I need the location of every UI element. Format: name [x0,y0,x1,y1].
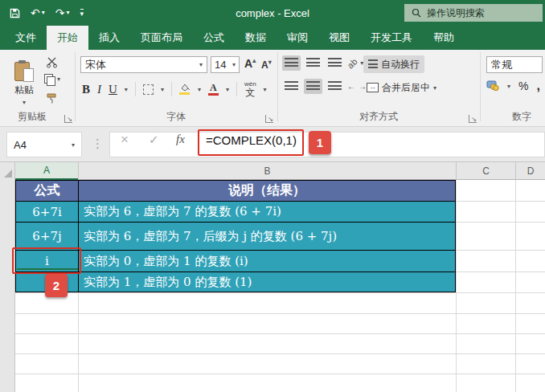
decrease-indent-button[interactable]: ← [347,82,355,91]
customize-qat-button[interactable]: ▾ [80,9,84,18]
insert-function-button[interactable]: fx [176,133,185,146]
align-top-button[interactable] [282,55,301,71]
name-box[interactable]: A4 ▾ [6,132,82,157]
enter-icon[interactable]: ✓ [149,133,159,147]
cancel-icon[interactable]: × [121,132,129,148]
data-table: 公式 说明（结果） 6+7i 实部为 6，虚部为 7 的复数 (6 + 7i) … [15,180,456,292]
cell-B1[interactable]: 说明（结果） [79,181,455,201]
paste-icon [14,60,34,82]
tab-review[interactable]: 审阅 [277,26,318,50]
tab-view[interactable]: 视图 [318,26,360,50]
font-color-dropdown-icon[interactable]: ▾ [226,86,229,93]
cell-A3[interactable]: 6+7j [16,223,79,250]
alignment-group-label: 对齐方式 [359,110,398,124]
tab-page-layout[interactable]: 页面布局 [130,26,193,50]
borders-dropdown-icon[interactable]: ▾ [161,86,164,93]
column-header-C[interactable]: C [456,162,515,180]
annotation-frame-a4 [12,247,81,274]
font-dialog-launcher[interactable]: ↘ [265,115,273,123]
number-format-combobox[interactable]: 常规 [486,56,543,73]
save-button[interactable] [10,8,20,18]
italic-button[interactable]: I [97,83,101,96]
phonetic-dropdown-icon[interactable]: ▾ [264,86,267,93]
tab-file[interactable]: 文件 [5,26,47,50]
undo-dropdown-icon[interactable]: ▾ [42,10,45,16]
column-header-B[interactable]: B [78,162,456,180]
tab-insert[interactable]: 插入 [88,26,130,50]
sheet-grid: A B C D 1 2 3 4 5 6 7 8 9 10 公式 说明（结果） 6… [0,162,545,392]
copy-dropdown-icon[interactable]: ▾ [57,76,60,83]
align-left-button[interactable] [282,79,301,94]
undo-button[interactable]: ↶▾ [31,7,45,18]
align-left-icon [285,81,298,92]
merge-center-icon: ↔ [367,83,379,92]
font-size-combobox[interactable]: 14 ▾ [211,56,240,73]
merge-center-button[interactable]: ↔ 合并后居中 ▾ [363,79,440,96]
cell-B5[interactable]: 实部为 1，虚部为 0 的复数 (1) [79,272,455,292]
font-name-combobox[interactable]: 宋体 ▾ [80,56,207,73]
accounting-format-button[interactable] [486,80,499,93]
cell-A1[interactable]: 公式 [16,181,79,201]
tab-developer[interactable]: 开发工具 [360,26,423,50]
merge-dropdown-icon[interactable]: ▾ [433,84,436,92]
align-middle-button[interactable] [304,55,322,71]
name-box-dropdown-icon[interactable]: ▾ [72,141,75,149]
underline-dropdown-icon[interactable]: ▾ [125,86,128,93]
cut-button[interactable] [46,56,58,71]
formula-bar-handle-icon[interactable]: ⋮ [92,137,104,151]
formula-bar: A4 ▾ ⋮ × ✓ fx =COMPLEX(0,1) 1 [0,127,545,162]
redo-button[interactable]: ↷▾ [55,7,70,18]
comma-style-button[interactable]: , [536,79,539,93]
table-row: 6+7i 实部为 6，虚部为 7 的复数 (6 + 7i) [16,201,455,222]
orientation-button[interactable]: ab [346,56,359,70]
select-all-corner[interactable] [0,162,15,180]
copy-icon [44,74,55,84]
align-center-icon [306,81,320,92]
tab-home[interactable]: 开始 [47,26,88,50]
bold-button[interactable]: B [82,83,90,96]
accounting-dropdown-icon[interactable]: ▾ [507,83,510,90]
column-header-D[interactable]: D [515,162,545,180]
font-size-dropdown-icon[interactable]: ▾ [232,61,236,68]
column-header-A[interactable]: A [15,162,78,180]
underline-button[interactable]: U [109,83,117,96]
font-name-dropdown-icon[interactable]: ▾ [199,61,203,68]
alignment-dialog-launcher[interactable]: ↘ [469,115,477,123]
phonetic-guide-button[interactable]: wén 文 [244,81,256,97]
align-center-button[interactable] [304,79,322,94]
cell-B3[interactable]: 实部为 6，虚部为 7，后缀为 j 的复数 (6 + 7j) [79,223,455,250]
increase-font-button[interactable]: A▴ [244,57,256,70]
tab-data[interactable]: 数据 [235,26,277,50]
titlebar: ↶▾ ↷▾ ▾ complex - Excel 操作说明搜索 [0,0,545,26]
percent-style-button[interactable]: % [518,80,528,92]
borders-icon[interactable] [143,84,154,95]
cell-B2[interactable]: 实部为 6，虚部为 7 的复数 (6 + 7i) [79,202,455,222]
clipboard-dialog-launcher[interactable]: ↘ [64,115,72,123]
scissors-icon [46,56,58,68]
paste-button[interactable]: 粘贴 ▾ [6,55,42,111]
tell-me-search[interactable]: 操作说明搜索 [404,4,543,22]
font-color-button[interactable]: A [208,83,219,96]
annotation-badge-2: 2 [45,274,68,297]
align-bottom-button[interactable] [326,55,344,71]
wrap-text-button[interactable]: 自动换行 [363,55,424,73]
tab-help[interactable]: 帮助 [423,26,465,50]
grow-font-letter: A [244,57,252,70]
copy-button[interactable]: ▾ [44,74,60,84]
format-painter-button[interactable] [46,92,58,106]
merge-center-label: 合并后居中 [382,81,430,95]
chevron-down-icon: ▾ [80,10,84,18]
tab-formulas[interactable]: 公式 [193,26,235,50]
redo-dropdown-icon[interactable]: ▾ [66,10,69,16]
cell-B4[interactable]: 实部为 0，虚部为 1 的复数 (i) [79,251,455,272]
divider [135,82,136,96]
fill-dropdown-icon[interactable]: ▾ [198,86,201,93]
paste-dropdown-icon[interactable]: ▾ [23,99,26,106]
cell-A2[interactable]: 6+7i [16,202,79,222]
number-style-row: ▾ % , [486,79,540,93]
font-color-bar [208,93,219,96]
fill-color-button[interactable] [179,84,191,95]
align-right-icon [328,81,342,92]
align-right-button[interactable] [326,79,344,94]
decrease-font-button[interactable]: A▾ [261,59,272,71]
